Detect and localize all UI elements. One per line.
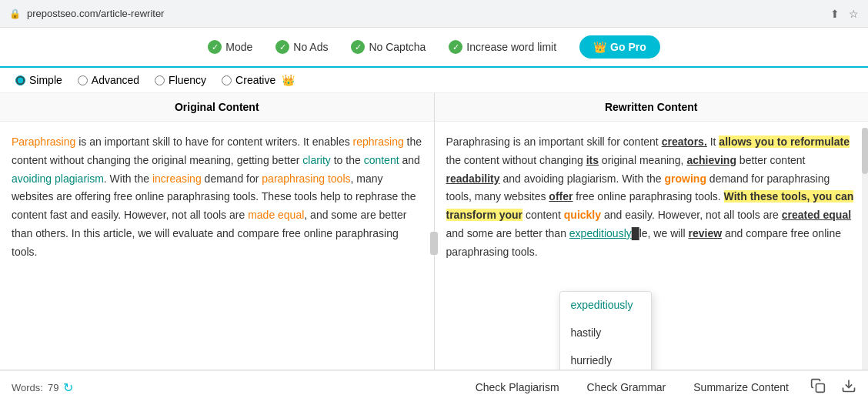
synonym-dropdown: expeditiously hastily hurriedly immediat…: [559, 291, 652, 370]
footer-actions: Check Plagiarism Check Grammar Summarize…: [469, 378, 856, 397]
mode-creative-radio[interactable]: [222, 75, 232, 85]
original-panel-header: Original Content: [0, 93, 434, 122]
synonym-expeditiously[interactable]: expeditiously: [560, 292, 651, 320]
check-plagiarism-button[interactable]: Check Plagiarism: [469, 378, 566, 397]
check-grammar-button[interactable]: Check Grammar: [581, 378, 673, 397]
feature-word-limit: ✓ Increase word limit: [449, 40, 556, 54]
crown-icon: 👑: [593, 41, 606, 53]
mode-creative-label: Creative: [235, 74, 275, 86]
feature-no-ads-label: No Ads: [293, 41, 328, 53]
mode-simple-label: Simple: [29, 74, 62, 86]
refresh-icon[interactable]: ↻: [63, 380, 73, 395]
go-pro-label: Go Pro: [610, 41, 646, 53]
mode-simple-radio[interactable]: [15, 75, 25, 85]
mode-fluency-radio[interactable]: [155, 75, 165, 85]
scrollbar-thumb[interactable]: [862, 128, 868, 174]
footer: Words: 79 ↻ Check Plagiarism Check Gramm…: [0, 370, 868, 403]
check-icon: ✓: [351, 40, 365, 54]
word-count-value: 79: [48, 382, 58, 393]
mode-advanced-label: Advanced: [92, 74, 139, 86]
original-panel-body[interactable]: Paraphrasing is an important skill to ha…: [0, 122, 434, 370]
rewritten-text: Paraphrasing is an important skill for c…: [446, 136, 854, 258]
share-icon[interactable]: ⬆: [830, 8, 840, 20]
synonym-hurriedly[interactable]: hurriedly: [560, 347, 651, 370]
copy-button[interactable]: [810, 378, 826, 397]
synonym-hastily[interactable]: hastily: [560, 320, 651, 347]
download-button[interactable]: [841, 378, 856, 397]
mode-fluency-label: Fluency: [169, 74, 206, 86]
mode-simple[interactable]: Simple: [15, 74, 62, 86]
mode-selector: Simple Advanced Fluency Creative 👑: [0, 68, 868, 93]
check-icon: ✓: [208, 40, 222, 54]
rewritten-panel-header: Rewritten Content: [435, 93, 869, 122]
mode-fluency[interactable]: Fluency: [155, 74, 206, 86]
feature-no-captcha-label: No Captcha: [369, 41, 426, 53]
word-count-area: Words: 79 ↻: [12, 380, 73, 395]
lock-icon: 🔒: [9, 8, 21, 19]
check-icon: ✓: [449, 40, 462, 54]
feature-bar: ✓ Mode ✓ No Ads ✓ No Captcha ✓ Increase …: [0, 28, 868, 68]
rewritten-panel-body[interactable]: Paraphrasing is an important skill for c…: [435, 122, 869, 370]
browser-actions: ⬆ ☆: [830, 8, 859, 20]
mode-advanced-radio[interactable]: [78, 75, 88, 85]
browser-bar: 🔒 prepostseo.com/article-rewriter ⬆ ☆: [0, 0, 868, 28]
rewritten-panel: Rewritten Content Paraphrasing is an imp…: [435, 93, 869, 370]
crown-icon-creative: 👑: [282, 74, 295, 86]
check-icon: ✓: [275, 40, 289, 54]
feature-mode-label: Mode: [225, 41, 252, 53]
feature-mode: ✓ Mode: [208, 40, 252, 54]
summarize-content-button[interactable]: Summarize Content: [687, 378, 795, 397]
mode-advanced[interactable]: Advanced: [78, 74, 139, 86]
feature-word-limit-label: Increase word limit: [466, 41, 556, 53]
mode-creative[interactable]: Creative 👑: [222, 74, 295, 86]
words-label: Words:: [12, 382, 43, 393]
main-content: Original Content Paraphrasing is an impo…: [0, 93, 868, 370]
original-text: Paraphrasing is an important skill to ha…: [12, 136, 422, 258]
go-pro-button[interactable]: 👑 Go Pro: [579, 35, 660, 59]
original-panel: Original Content Paraphrasing is an impo…: [0, 93, 434, 370]
star-icon[interactable]: ☆: [849, 8, 859, 20]
url-bar[interactable]: prepostseo.com/article-rewriter: [27, 8, 824, 19]
right-scrollbar[interactable]: [862, 128, 868, 370]
feature-no-ads: ✓ No Ads: [275, 40, 328, 54]
svg-rect-0: [816, 383, 825, 392]
feature-no-captcha: ✓ No Captcha: [351, 40, 426, 54]
